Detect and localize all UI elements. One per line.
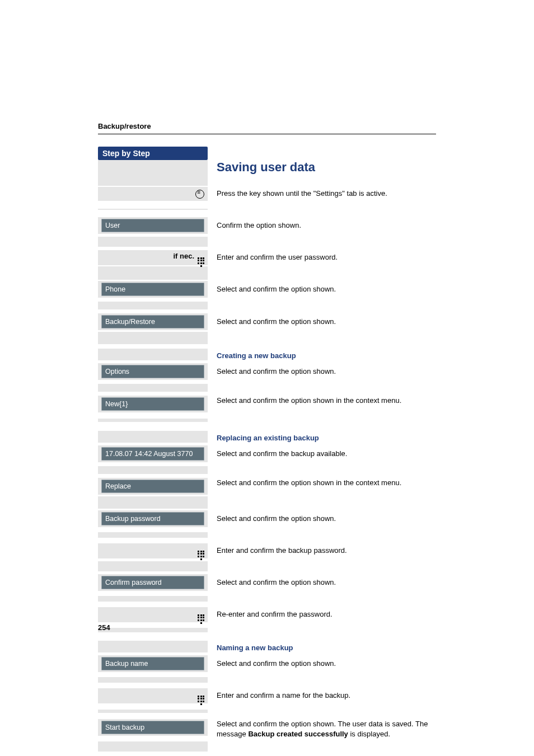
if-necessary-label: if nec. <box>173 252 194 260</box>
step-row: PhoneSelect and confirm the option shown… <box>98 281 436 298</box>
step-row: 17.08.07 14:42 August 3770Select and con… <box>98 445 436 462</box>
phone-display-option: Backup/Restore <box>101 315 204 328</box>
instruction-text: Select and confirm the option shown. The… <box>217 719 436 739</box>
content-area: Step by Step <box>98 147 436 160</box>
phone-display-option: Backup name <box>101 657 204 670</box>
instruction-text: Select and confirm the option shown. <box>217 577 436 588</box>
phone-display-option: Replace <box>101 480 204 493</box>
instruction-text: Select and confirm the option shown. <box>217 367 436 377</box>
phone-display-option: 17.08.07 14:42 August 3770 <box>101 447 204 461</box>
step-row: Re-enter and confirm the password. <box>98 607 436 622</box>
instruction-text: Re-enter and confirm the password. <box>217 609 436 619</box>
step-row: Start backupSelect and confirm the optio… <box>98 719 436 739</box>
section-subheading: Creating a new backup <box>217 351 436 360</box>
phone-display-option: Backup password <box>101 512 204 525</box>
running-header: Backup/restore <box>98 122 436 130</box>
page-number: 254 <box>98 623 110 632</box>
instruction-text: Select and confirm the option shown. <box>217 514 436 524</box>
section-subheading: Replacing an existing backup <box>217 434 436 442</box>
instruction-text: Press the key shown until the "Settings"… <box>217 189 436 199</box>
step-row: if nec.Enter and confirm the user passwo… <box>98 250 436 265</box>
phone-display-option: Options <box>101 365 204 378</box>
instruction-text: Enter and confirm the user password. <box>217 252 436 262</box>
left-column: Step by Step <box>98 147 208 160</box>
step-row: Enter and confirm a name for the backup. <box>98 688 436 703</box>
step-row: Enter and confirm the backup password. <box>98 543 436 558</box>
instruction-text: Select and confirm the option shown. <box>217 317 436 327</box>
step-row: ReplaceSelect and confirm the option sho… <box>98 478 436 495</box>
step-row: Creating a new backup <box>98 346 436 363</box>
keypad-icon <box>198 614 204 621</box>
keypad-icon <box>198 257 204 264</box>
settings-key-icon <box>195 190 204 199</box>
phone-display-option: User <box>101 219 204 232</box>
title-row: Saving user data <box>98 160 436 186</box>
step-row: New{1}Select and confirm the option show… <box>98 396 436 412</box>
right-column-top <box>208 147 436 160</box>
phone-display-option: Confirm password <box>101 576 204 589</box>
step-row: UserConfirm the option shown. <box>98 217 436 234</box>
section-title: Saving user data <box>217 160 436 175</box>
instruction-text: Select and confirm the option shown. <box>217 284 436 294</box>
instruction-text: Select and confirm the option shown in t… <box>217 396 436 406</box>
step-row: Replacing an existing backup <box>98 428 436 445</box>
step-row: Press the key shown until the "Settings"… <box>98 186 436 201</box>
instruction-text: Select and confirm the option shown. <box>217 659 436 669</box>
instruction-text: Confirm the option shown. <box>217 220 436 231</box>
step-row: Backup/RestoreSelect and confirm the opt… <box>98 313 436 330</box>
step-row: Naming a new backup <box>98 638 436 655</box>
step-row: Confirm passwordSelect and confirm the o… <box>98 574 436 591</box>
instruction-text: Enter and confirm a name for the backup. <box>217 691 436 701</box>
instruction-text: Select and confirm the backup available. <box>217 449 436 459</box>
keypad-icon <box>198 551 204 557</box>
phone-display-option: Start backup <box>101 721 204 734</box>
instruction-text: Enter and confirm the backup password. <box>217 546 436 556</box>
header-rule <box>98 134 436 134</box>
step-by-step-header: Step by Step <box>98 147 208 160</box>
phone-display-option: Phone <box>101 283 204 296</box>
keypad-icon <box>198 696 204 702</box>
instruction-text: Select and confirm the option shown in t… <box>217 478 436 488</box>
rows-container: Saving user dataPress the key shown unti… <box>98 160 436 754</box>
manual-page: Backup/restore Step by Step Saving user … <box>0 0 534 756</box>
step-row: Backup passwordSelect and confirm the op… <box>98 510 436 527</box>
step-row: Backup nameSelect and confirm the option… <box>98 655 436 672</box>
step-row: OptionsSelect and confirm the option sho… <box>98 363 436 380</box>
section-subheading: Naming a new backup <box>217 644 436 652</box>
phone-display-option: New{1} <box>101 397 204 411</box>
